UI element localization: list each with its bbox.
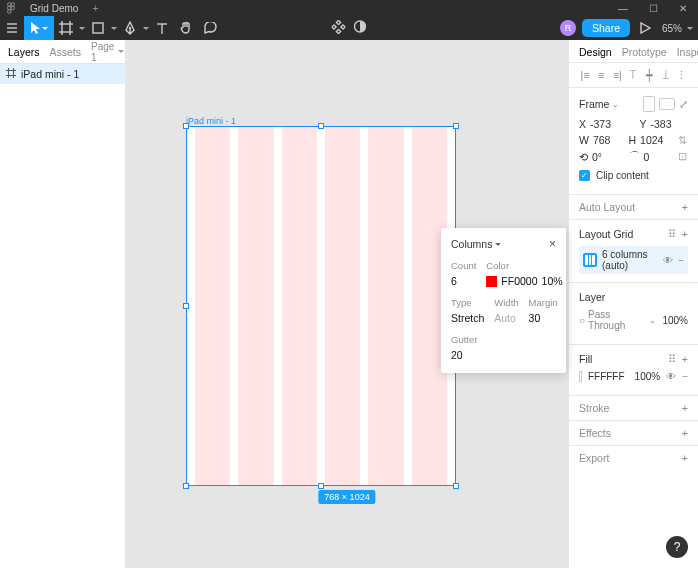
add-effect[interactable]: + xyxy=(682,427,688,439)
count-label: Count xyxy=(451,260,476,271)
blend-mode-dropdown[interactable]: ○ Pass Through ⌄ xyxy=(579,309,656,331)
pen-tool[interactable] xyxy=(118,16,142,40)
left-panel: Layers Assets Page 1 iPad mini - 1 xyxy=(0,40,126,568)
titlebar: Grid Demo + — ☐ ✕ xyxy=(0,0,698,16)
resize-handle[interactable] xyxy=(183,483,189,489)
add-layout-grid[interactable]: + xyxy=(682,228,688,240)
color-swatch[interactable] xyxy=(486,276,497,287)
auto-layout-section: Auto Layout + xyxy=(569,195,698,220)
fill-swatch[interactable] xyxy=(579,371,582,382)
align-vcenter-icon[interactable]: ┿ xyxy=(644,69,656,81)
radius-input[interactable]: ⌒0 xyxy=(629,150,667,164)
pen-tool-caret[interactable] xyxy=(142,16,150,40)
shape-tool[interactable] xyxy=(86,16,110,40)
layout-grid-item[interactable]: 6 columns (auto) 👁 − xyxy=(579,246,688,274)
share-button[interactable]: Share xyxy=(582,19,630,37)
layer-opacity-input[interactable]: 100% xyxy=(662,315,688,326)
frame-preset-dropdown[interactable]: Frame⌄ xyxy=(579,98,639,110)
fill-row[interactable]: FFFFFF 100% 👁 − xyxy=(579,371,688,382)
present-button[interactable] xyxy=(634,16,658,40)
resize-handle[interactable] xyxy=(318,483,324,489)
file-tab[interactable]: Grid Demo xyxy=(22,0,86,16)
clip-content-checkbox[interactable]: ✓ xyxy=(579,170,590,181)
orientation-landscape[interactable] xyxy=(659,98,675,110)
gutter-label: Gutter xyxy=(451,334,556,345)
w-input[interactable]: W768 xyxy=(579,134,617,146)
frame-tool-caret[interactable] xyxy=(78,16,86,40)
right-panel-tabs: Design Prototype Inspect xyxy=(569,40,698,63)
h-input[interactable]: H1024 xyxy=(629,134,667,146)
align-right-icon[interactable]: ≡| xyxy=(611,69,623,81)
distribute-icon[interactable]: ⋮ xyxy=(676,69,688,81)
gutter-input[interactable]: 20 xyxy=(451,349,556,361)
user-avatar[interactable]: R xyxy=(560,20,576,36)
canvas[interactable]: iPad mini - 1 768 × 1024 Columns × Count xyxy=(126,40,568,568)
rotation-input[interactable]: ⟲0° xyxy=(579,150,617,164)
x-input[interactable]: X-373 xyxy=(579,118,628,130)
tab-prototype[interactable]: Prototype xyxy=(622,46,667,58)
layer-section: Layer ○ Pass Through ⌄ 100% xyxy=(569,283,698,345)
color-label: Color xyxy=(486,260,562,271)
component-icon[interactable] xyxy=(332,20,346,36)
resize-to-fit-icon[interactable]: ⤢ xyxy=(679,98,688,110)
add-fill[interactable]: + xyxy=(682,353,688,365)
move-tool-caret[interactable] xyxy=(41,16,49,40)
comment-tool[interactable] xyxy=(198,16,222,40)
align-hcenter-icon[interactable]: ≡ xyxy=(595,69,607,81)
minimize-button[interactable]: — xyxy=(608,3,638,14)
tab-inspect[interactable]: Inspect xyxy=(677,46,698,58)
svg-rect-12 xyxy=(93,23,103,33)
popup-close-button[interactable]: × xyxy=(549,238,556,250)
align-bottom-icon[interactable]: ⟘ xyxy=(660,69,672,81)
layer-row-frame[interactable]: iPad mini - 1 xyxy=(0,64,125,84)
color-input[interactable]: FF0000 10% xyxy=(486,275,562,287)
resize-handle[interactable] xyxy=(453,123,459,129)
count-input[interactable]: 6 xyxy=(451,275,476,287)
mask-icon[interactable] xyxy=(354,20,367,36)
close-button[interactable]: ✕ xyxy=(668,3,698,14)
add-auto-layout[interactable]: + xyxy=(682,201,688,213)
svg-rect-16 xyxy=(336,20,340,24)
add-export[interactable]: + xyxy=(682,452,688,464)
maximize-button[interactable]: ☐ xyxy=(638,3,668,14)
fill-styles-icon[interactable]: ⠿ xyxy=(668,353,676,365)
toggle-fill-visibility[interactable]: 👁 xyxy=(666,371,676,382)
resize-handle[interactable] xyxy=(183,303,189,309)
frame-label[interactable]: iPad mini - 1 xyxy=(186,116,236,126)
add-stroke[interactable]: + xyxy=(682,402,688,414)
tab-layers[interactable]: Layers xyxy=(8,46,40,58)
shape-tool-caret[interactable] xyxy=(110,16,118,40)
resize-handle[interactable] xyxy=(453,483,459,489)
menu-button[interactable] xyxy=(0,16,24,40)
tab-assets[interactable]: Assets xyxy=(50,46,82,58)
clip-content-label: Clip content xyxy=(596,170,649,181)
resize-handle[interactable] xyxy=(318,123,324,129)
tab-design[interactable]: Design xyxy=(579,46,612,58)
text-tool[interactable] xyxy=(150,16,174,40)
margin-input[interactable]: 30 xyxy=(529,312,558,324)
page-selector[interactable]: Page 1 xyxy=(91,41,124,63)
hand-tool[interactable] xyxy=(174,16,198,40)
new-tab-button[interactable]: + xyxy=(86,2,104,14)
y-input[interactable]: Y-383 xyxy=(640,118,689,130)
zoom-level[interactable]: 65% xyxy=(658,23,686,34)
type-dropdown[interactable]: Stretch xyxy=(451,312,484,324)
independent-corners-icon[interactable]: ⊡ xyxy=(678,150,688,164)
toggle-grid-visibility[interactable]: 👁 xyxy=(663,255,673,266)
resize-handle[interactable] xyxy=(183,123,189,129)
grid-styles-icon[interactable]: ⠿ xyxy=(668,228,676,240)
remove-grid[interactable]: − xyxy=(678,255,684,266)
orientation-portrait[interactable] xyxy=(643,96,655,112)
figma-menu[interactable] xyxy=(0,2,22,14)
align-top-icon[interactable]: ⟙ xyxy=(627,69,639,81)
frame-ipad-mini[interactable] xyxy=(186,126,456,486)
help-button[interactable]: ? xyxy=(666,536,688,558)
frame-tool[interactable] xyxy=(54,16,78,40)
grid-type-dropdown[interactable]: Columns xyxy=(451,238,501,250)
align-left-icon[interactable]: |≡ xyxy=(579,69,591,81)
zoom-caret[interactable] xyxy=(686,16,694,40)
svg-point-3 xyxy=(11,6,14,9)
remove-fill[interactable]: − xyxy=(682,371,688,382)
constrain-proportions-icon[interactable]: ⇅ xyxy=(678,134,688,146)
move-tool[interactable] xyxy=(24,16,54,40)
